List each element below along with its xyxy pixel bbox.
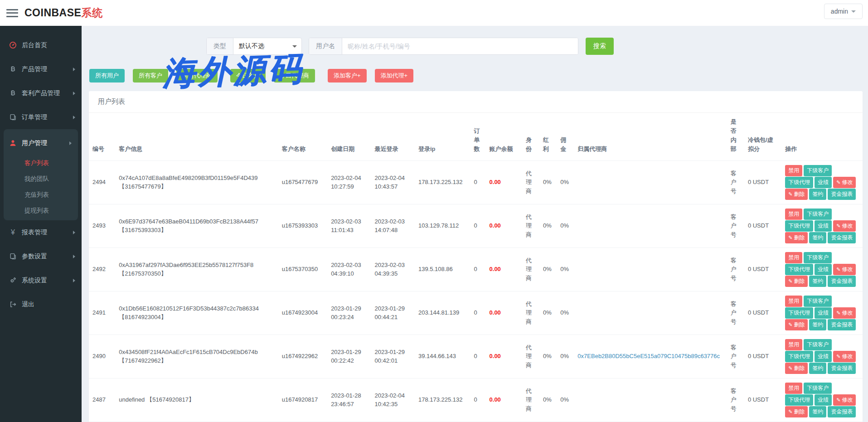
sub-agents-button[interactable]: 下级代理 bbox=[785, 264, 813, 275]
sidebar-item-parameters[interactable]: 参数设置 bbox=[0, 244, 82, 268]
all-agents-button[interactable]: 所有代理商 bbox=[176, 69, 218, 82]
edit-button[interactable]: ✎修改 bbox=[833, 177, 856, 188]
disable-button[interactable]: 禁用 bbox=[785, 339, 802, 350]
sidebar-item-arbitrage-products[interactable]: 套利产品管理 bbox=[0, 81, 82, 105]
login-ip: 178.173.225.132 bbox=[418, 179, 463, 185]
cell-id: 2490 bbox=[89, 335, 115, 378]
delete-button[interactable]: ✎删除 bbox=[785, 363, 808, 374]
cell-actions: 禁用 下级客户 下级代理 业绩 ✎修改 ✎删除 签约 资金报表 bbox=[781, 378, 863, 422]
fund-report-button[interactable]: 资金报表 bbox=[828, 276, 856, 287]
cell-internal: 客户号 bbox=[727, 247, 744, 291]
type-filter-select[interactable]: 默认不选 bbox=[233, 38, 301, 54]
action-buttons-line: 下级代理 业绩 ✎修改 bbox=[785, 264, 859, 275]
action-buttons-line: ✎删除 签约 资金报表 bbox=[785, 189, 859, 200]
edit-button[interactable]: ✎修改 bbox=[833, 220, 856, 232]
sidebar-item-orders[interactable]: 订单管理 bbox=[0, 105, 82, 129]
sub-customers-button[interactable]: 下级客户 bbox=[804, 252, 832, 263]
sub-agents-button[interactable]: 下级代理 bbox=[785, 307, 813, 319]
edit-button[interactable]: ✎修改 bbox=[833, 307, 856, 319]
action-buttons-line: 下级代理 业绩 ✎修改 bbox=[785, 351, 859, 362]
cell-balance: 0.00 bbox=[486, 335, 522, 378]
edit-button[interactable]: ✎修改 bbox=[833, 264, 856, 275]
sidebar-item-products[interactable]: 产品管理 bbox=[0, 57, 82, 81]
delete-button[interactable]: ✎删除 bbox=[785, 319, 808, 330]
user-id: 2491 bbox=[92, 309, 106, 316]
sidebar-item-reports[interactable]: ¥ 报表管理 bbox=[0, 220, 82, 244]
customer-name: u1675393303 bbox=[282, 222, 318, 229]
sidebar-subitem-withdraw-list[interactable]: 提现列表 bbox=[4, 203, 78, 218]
phone-number: 【71674922962】 bbox=[119, 356, 167, 365]
performance-button[interactable]: 业绩 bbox=[815, 351, 832, 362]
disable-button[interactable]: 禁用 bbox=[785, 296, 802, 307]
all-users-button[interactable]: 所有用户 bbox=[89, 69, 125, 82]
performance-button[interactable]: 业绩 bbox=[815, 177, 832, 188]
cell-last-login: 2023-02-03 14:07:48 bbox=[371, 204, 415, 247]
filter-bar: 类型 默认不选 用户名 搜索 bbox=[206, 38, 863, 55]
sub-customers-button[interactable]: 下级客户 bbox=[804, 209, 832, 220]
internal-flag: 客户号 bbox=[731, 388, 737, 412]
sub-agents-button[interactable]: 下级代理 bbox=[785, 177, 813, 188]
fund-report-button[interactable]: 资金报表 bbox=[828, 319, 856, 330]
sign-button[interactable]: 签约 bbox=[809, 276, 826, 287]
performance-button[interactable]: 业绩 bbox=[815, 394, 832, 406]
sidebar-subitem-deposit-list[interactable]: 充值列表 bbox=[4, 187, 78, 203]
cell-id: 2494 bbox=[89, 160, 115, 204]
today-agents-button[interactable]: 今日代理商 bbox=[274, 69, 315, 82]
all-customers-button[interactable]: 所有客户 bbox=[133, 69, 168, 82]
today-customers-button[interactable]: 今日客户 bbox=[230, 69, 266, 82]
delete-button[interactable]: ✎删除 bbox=[785, 189, 808, 200]
performance-button[interactable]: 业绩 bbox=[815, 307, 832, 319]
disable-button[interactable]: 禁用 bbox=[785, 165, 802, 176]
cell-orders: 0 bbox=[470, 291, 485, 335]
sub-customers-button[interactable]: 下级客户 bbox=[804, 165, 832, 176]
sidebar-item-system-settings[interactable]: 系统设置 bbox=[0, 268, 82, 292]
sub-customers-button[interactable]: 下级客户 bbox=[804, 383, 832, 394]
wallet-address: 0xA31967af297fA3Dae6f953EE25b5578127f753… bbox=[119, 261, 253, 270]
hamburger-menu-icon[interactable] bbox=[6, 9, 18, 17]
add-customer-button[interactable]: 添加客户+ bbox=[328, 69, 367, 82]
action-buttons-line: 下级代理 业绩 ✎修改 bbox=[785, 394, 859, 406]
edit-button[interactable]: ✎修改 bbox=[833, 351, 856, 362]
sign-button[interactable]: 签约 bbox=[809, 232, 826, 243]
disable-button[interactable]: 禁用 bbox=[785, 252, 802, 263]
delete-button[interactable]: ✎删除 bbox=[785, 406, 808, 417]
add-agent-button[interactable]: 添加代理+ bbox=[375, 69, 414, 82]
search-button[interactable]: 搜索 bbox=[586, 38, 614, 55]
sign-button[interactable]: 签约 bbox=[809, 319, 826, 330]
sidebar-item-dashboard[interactable]: 后台首页 bbox=[0, 33, 82, 57]
delete-button[interactable]: ✎删除 bbox=[785, 276, 808, 287]
sub-customers-button[interactable]: 下级客户 bbox=[804, 339, 832, 350]
sidebar-subitem-customer-list[interactable]: 客户列表 bbox=[4, 155, 78, 171]
fund-report-button[interactable]: 资金报表 bbox=[828, 232, 856, 243]
performance-button[interactable]: 业绩 bbox=[815, 264, 832, 275]
cell-actions: 禁用 下级客户 下级代理 业绩 ✎修改 ✎删除 签约 资金报表 bbox=[781, 291, 863, 335]
admin-user-menu[interactable]: admin bbox=[824, 4, 863, 19]
disable-button[interactable]: 禁用 bbox=[785, 209, 802, 220]
col-header-ip: 登录ip bbox=[415, 113, 470, 160]
agent-link[interactable]: 0x7EBeb2B80D55bC5eE515a079C10475b89c6377… bbox=[577, 353, 720, 359]
sidebar-subitem-my-team[interactable]: 我的团队 bbox=[4, 171, 78, 187]
performance-button[interactable]: 业绩 bbox=[815, 220, 832, 232]
sign-button[interactable]: 签约 bbox=[809, 363, 826, 374]
user-id: 2493 bbox=[92, 222, 106, 229]
fund-report-button[interactable]: 资金报表 bbox=[828, 189, 856, 200]
sub-customers-button[interactable]: 下级客户 bbox=[804, 296, 832, 307]
sign-button[interactable]: 签约 bbox=[809, 406, 826, 417]
delete-button[interactable]: ✎删除 bbox=[785, 232, 808, 243]
edit-button[interactable]: ✎修改 bbox=[833, 394, 856, 406]
last-login-date: 2023-01-29 bbox=[375, 348, 411, 357]
sidebar-item-logout[interactable]: 退出 bbox=[0, 292, 82, 316]
fund-report-button[interactable]: 资金报表 bbox=[828, 406, 856, 417]
cell-wallet: 0 USDT bbox=[744, 160, 781, 204]
disable-button[interactable]: 禁用 bbox=[785, 383, 802, 394]
fund-report-button[interactable]: 资金报表 bbox=[828, 363, 856, 374]
sidebar-item-user-management[interactable]: 用户管理 bbox=[4, 131, 78, 155]
sub-agents-button[interactable]: 下级代理 bbox=[785, 220, 813, 232]
sub-agents-button[interactable]: 下级代理 bbox=[785, 394, 813, 406]
username-filter-group: 用户名 bbox=[309, 38, 578, 55]
sub-agents-button[interactable]: 下级代理 bbox=[785, 351, 813, 362]
username-search-input[interactable] bbox=[342, 38, 578, 54]
sign-button[interactable]: 签约 bbox=[809, 189, 826, 200]
action-buttons-line: ✎删除 签约 资金报表 bbox=[785, 319, 859, 330]
cell-ip: 203.144.81.139 bbox=[415, 291, 470, 335]
